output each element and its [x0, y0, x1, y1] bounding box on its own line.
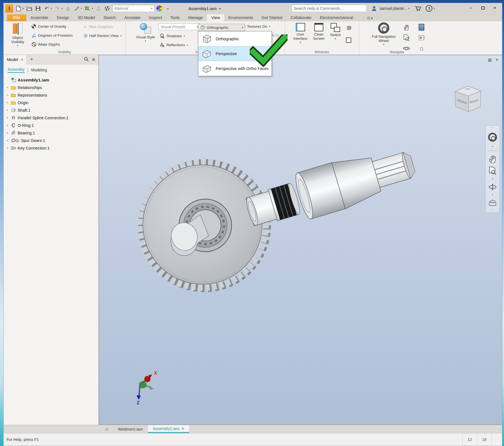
tab-manage[interactable]: Manage	[184, 14, 207, 21]
component-caret[interactable]: ▾	[92, 7, 93, 10]
degrees-of-freedom-button[interactable]: Degrees of Freedom	[32, 33, 73, 38]
new-window-button[interactable]	[344, 35, 354, 45]
object-visibility-caret[interactable]: ▾	[17, 44, 18, 47]
tab-electromechanical[interactable]: Electromechanical	[315, 14, 357, 21]
view-cube[interactable]: TOP FRONT RIGHT	[450, 80, 486, 116]
tree-node-assembly-root[interactable]: Assembly1.iam	[5, 76, 98, 84]
app-store-cart-icon[interactable]	[414, 5, 421, 12]
user-interface-caret[interactable]: ▾	[300, 41, 301, 44]
visual-presets-combo[interactable]: Visual Presets ▾	[159, 24, 200, 30]
full-navigation-wheel-button[interactable]: Full Navigation Wheel ▾	[370, 22, 397, 46]
tree-node-spur-gears[interactable]: + Spur Gears:1	[5, 137, 98, 144]
doc-tab-assembly1[interactable]: Assembly1.iam ×	[148, 425, 189, 433]
save-button[interactable]	[35, 5, 41, 12]
mode-assembly[interactable]: Assembly	[8, 67, 25, 73]
half-section-view-button[interactable]: ⊞ Half Section View ▾	[84, 33, 122, 38]
switch-windows-button[interactable]: Switch ▾	[328, 23, 343, 40]
half-section-view-caret[interactable]: ▾	[120, 34, 122, 37]
expander-icon[interactable]: +	[5, 108, 9, 112]
tree-node-parallel-spline-connection[interactable]: + Π Parallel Spline Connection:1	[5, 114, 98, 122]
browser-search-icon[interactable]	[84, 57, 89, 62]
switch-windows-caret[interactable]: ▾	[335, 37, 336, 40]
ribbon-display-options[interactable]: ⊡ ▾	[367, 16, 373, 20]
insert-component-button[interactable]	[84, 5, 91, 12]
tab-annotate[interactable]: Annotate	[120, 14, 145, 21]
material-combo[interactable]: Material ▾	[112, 5, 154, 12]
tree-node-key-connection[interactable]: + Key Connection:1	[5, 144, 98, 152]
tab-sketch[interactable]: Sketch	[99, 14, 120, 21]
expander-icon[interactable]: +	[5, 85, 9, 90]
navbar-orbit-button[interactable]	[488, 183, 497, 191]
model-viewport[interactable]: ⊞ × TOP FRONT RIGHT ○ ▾ ▾	[99, 55, 502, 425]
title-flyout-arrow[interactable]: ▸	[220, 7, 221, 10]
split-view-icon[interactable]: ⊞	[488, 57, 491, 63]
user-interface-button[interactable]: User Interface ▾	[291, 23, 310, 44]
tab-view[interactable]: View	[207, 14, 224, 21]
doc-tab-weldment[interactable]: Weldment.iam	[113, 425, 148, 433]
expander-icon[interactable]: +	[5, 93, 9, 97]
navbar-pan-button[interactable]	[488, 154, 497, 163]
minimize-button[interactable]: –	[465, 3, 476, 13]
help-button[interactable]: ?	[426, 5, 432, 12]
close-button[interactable]: ×	[489, 3, 500, 13]
navbar-grip-top[interactable]: ○	[492, 127, 493, 128]
redo-caret[interactable]: ▾	[62, 7, 63, 10]
navbar-zoom-button[interactable]	[489, 167, 496, 175]
new-file-button[interactable]	[15, 5, 22, 12]
tree-node-bearing[interactable]: + Bearing:1	[5, 129, 98, 137]
home-tab-button[interactable]: ⌂	[101, 425, 113, 433]
textures-caret[interactable]: ▾	[269, 25, 270, 28]
tab-collaborate[interactable]: Collaborate	[286, 14, 315, 21]
help-search-box[interactable]: Search Help & Commands...	[292, 5, 367, 12]
zoom-all-button[interactable]: ▾	[417, 33, 426, 43]
add-browser-tab-button[interactable]: +	[30, 57, 33, 62]
navbar-orbit-caret[interactable]: ▾	[492, 195, 493, 196]
full-navigation-wheel-caret[interactable]: ▾	[383, 43, 385, 46]
tree-node-representations[interactable]: + Representations	[5, 91, 98, 99]
tab-get-started[interactable]: Get Started	[257, 14, 286, 21]
qat-overflow-chevrons[interactable]: »	[164, 5, 171, 12]
undo-button[interactable]: ↶	[43, 5, 50, 12]
navbar-look-at-button[interactable]	[488, 199, 497, 206]
visual-style-button[interactable]: Visual Style ▾	[135, 23, 156, 42]
maximize-button[interactable]	[477, 3, 489, 13]
doc-tab-close-icon[interactable]: ×	[182, 426, 184, 431]
expander-icon[interactable]: +	[5, 131, 9, 135]
pan-button[interactable]	[402, 22, 411, 32]
tree-node-origin[interactable]: + Origin	[5, 99, 98, 106]
navbar-zoom-caret[interactable]: ▾	[492, 178, 493, 179]
browser-menu-icon[interactable]: ≡	[92, 57, 95, 63]
projection-combo[interactable]: Orthographic ▾	[198, 24, 245, 31]
browser-tab-close-icon[interactable]: ×	[21, 57, 23, 62]
object-visibility-button[interactable]: Object Visibility ▾	[8, 23, 28, 47]
mode-modeling[interactable]: Modeling	[31, 68, 47, 72]
textures-button[interactable]: Textures On ▾	[241, 24, 270, 29]
open-button[interactable]	[26, 5, 33, 12]
tree-node-o-ring[interactable]: + O-Ring:1	[5, 122, 98, 129]
tab-tools[interactable]: Tools	[166, 14, 184, 21]
tree-node-shaft[interactable]: + Shaft:1	[5, 106, 98, 114]
user-menu-caret[interactable]: ▾	[408, 7, 410, 10]
imate-glyphs-button[interactable]: iMate Glyphs	[32, 42, 60, 47]
expander-icon[interactable]: +	[5, 101, 9, 105]
zoom-button[interactable]: ▾	[402, 33, 411, 43]
sketch-caret[interactable]: ▾	[81, 7, 83, 10]
tab-file[interactable]: File	[7, 14, 26, 21]
tree-node-relationships[interactable]: + Relationships	[5, 84, 98, 91]
clean-screen-button[interactable]: Clean Screen	[311, 23, 327, 41]
reflections-button[interactable]: Reflections ▾	[160, 43, 188, 47]
reflections-caret[interactable]: ▾	[187, 44, 188, 46]
appearance-ball-icon[interactable]	[104, 5, 110, 12]
navbar-wheel-button[interactable]	[488, 133, 497, 142]
navbar-wheel-caret[interactable]: ▾	[492, 146, 493, 147]
appearance-wheel-icon[interactable]	[156, 5, 162, 11]
tab-inspect[interactable]: Inspect	[145, 14, 166, 21]
close-viewport-icon[interactable]: ×	[496, 57, 498, 63]
center-of-gravity-button[interactable]: Center of Gravity	[32, 24, 66, 29]
tile-windows-button[interactable]: ⊞▾	[344, 23, 354, 32]
shadows-caret[interactable]: ▾	[184, 35, 185, 38]
tab-assemble[interactable]: Assemble	[26, 14, 53, 21]
help-caret[interactable]: ▾	[434, 7, 435, 10]
expander-icon[interactable]: +	[5, 116, 9, 120]
signed-in-user[interactable]: samuel.plante...	[380, 6, 407, 11]
